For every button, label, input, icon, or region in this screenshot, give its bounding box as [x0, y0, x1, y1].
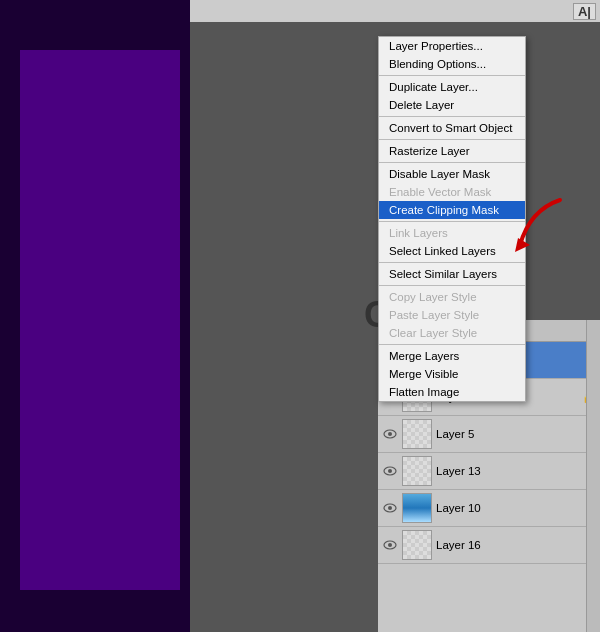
layer-thumbnail [402, 493, 432, 523]
menu-item-layer-properties[interactable]: Layer Properties... [379, 37, 525, 55]
layer-thumbnail [402, 456, 432, 486]
separator-separator4 [379, 162, 525, 163]
layer-name-label: Layer 5 [436, 428, 596, 440]
menu-item-rasterize-layer[interactable]: Rasterize Layer [379, 142, 525, 160]
menu-item-merge-visible[interactable]: Merge Visible [379, 365, 525, 383]
eye-icon[interactable] [382, 426, 398, 442]
menu-item-clear-layer-style: Clear Layer Style [379, 324, 525, 342]
top-bar: A| [190, 0, 600, 22]
menu-item-convert-smart[interactable]: Convert to Smart Object [379, 119, 525, 137]
menu-item-flatten-image[interactable]: Flatten Image [379, 383, 525, 401]
svg-point-8 [388, 469, 392, 473]
separator-separator8 [379, 344, 525, 345]
layer-name-label: Layer 16 [436, 539, 596, 551]
layer-name-label: Layer 10 [436, 502, 596, 514]
menu-item-blending-options[interactable]: Blending Options... [379, 55, 525, 73]
menu-item-merge-layers[interactable]: Merge Layers [379, 347, 525, 365]
layer-row-layer-16[interactable]: Layer 16 [378, 527, 600, 564]
layers-scrollbar[interactable] [586, 320, 600, 632]
menu-item-disable-layer-mask[interactable]: Disable Layer Mask [379, 165, 525, 183]
layer-row-layer-5[interactable]: Layer 5 [378, 416, 600, 453]
layer-thumbnail [402, 419, 432, 449]
separator-separator7 [379, 285, 525, 286]
artwork-purple [20, 50, 180, 590]
menu-item-copy-layer-style: Copy Layer Style [379, 288, 525, 306]
separator-separator1 [379, 75, 525, 76]
svg-point-10 [388, 506, 392, 510]
menu-item-duplicate-layer[interactable]: Duplicate Layer... [379, 78, 525, 96]
eye-icon[interactable] [382, 500, 398, 516]
text-tool-indicator: A| [573, 3, 596, 20]
separator-separator3 [379, 139, 525, 140]
svg-point-12 [388, 543, 392, 547]
layer-name-label: Layer 13 [436, 465, 596, 477]
artwork-left [0, 0, 190, 632]
arrow-annotation [490, 190, 570, 270]
eye-icon[interactable] [382, 463, 398, 479]
separator-separator2 [379, 116, 525, 117]
svg-point-6 [388, 432, 392, 436]
menu-item-paste-layer-style: Paste Layer Style [379, 306, 525, 324]
eye-icon[interactable] [382, 537, 398, 553]
layer-row-layer-10[interactable]: Layer 10 [378, 490, 600, 527]
menu-item-delete-layer[interactable]: Delete Layer [379, 96, 525, 114]
layer-thumbnail [402, 530, 432, 560]
layer-row-layer-13[interactable]: Layer 13 [378, 453, 600, 490]
